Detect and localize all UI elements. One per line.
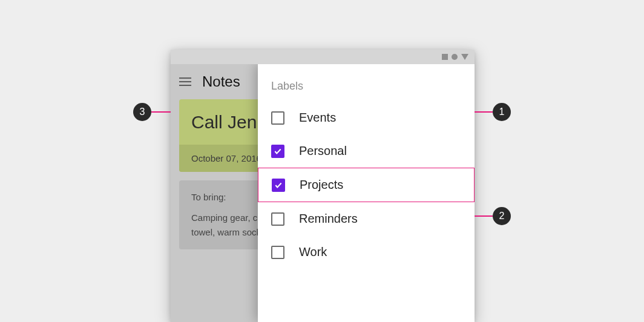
callout-badge-2: 2 (493, 207, 511, 225)
labels-panel: Labels Events Personal Projects Reminde (258, 64, 475, 322)
hamburger-icon[interactable] (179, 77, 191, 86)
callout-badge-1: 1 (493, 103, 511, 121)
label-row-projects[interactable]: Projects (258, 168, 475, 202)
status-triangle-icon (461, 54, 468, 60)
checkbox-icon[interactable] (271, 212, 284, 226)
checkbox-icon[interactable] (271, 246, 284, 259)
label-text: Work (299, 245, 327, 259)
callout-line (475, 215, 493, 217)
device-frame: Notes Call Jennifer October 07, 2016 To … (171, 50, 475, 322)
status-square-icon (442, 54, 448, 60)
checkbox-icon[interactable] (271, 111, 284, 125)
label-text: Personal (299, 144, 347, 158)
label-row-personal[interactable]: Personal (258, 134, 475, 168)
label-text: Projects (300, 178, 343, 192)
checkbox-checked-icon[interactable] (271, 145, 284, 158)
label-text: Reminders (299, 212, 358, 226)
status-bar (171, 50, 475, 64)
callout-badge-3: 3 (133, 103, 151, 121)
status-circle-icon (452, 54, 458, 60)
callout-line (475, 111, 493, 113)
labels-panel-header: Labels (258, 74, 475, 101)
checkbox-checked-icon[interactable] (272, 179, 285, 192)
app-title: Notes (202, 73, 240, 90)
label-row-reminders[interactable]: Reminders (258, 202, 475, 235)
label-row-work[interactable]: Work (258, 235, 475, 269)
label-row-events[interactable]: Events (258, 101, 475, 134)
app-content: Notes Call Jennifer October 07, 2016 To … (171, 64, 475, 322)
callout-line (151, 111, 171, 113)
label-text: Events (299, 111, 336, 125)
